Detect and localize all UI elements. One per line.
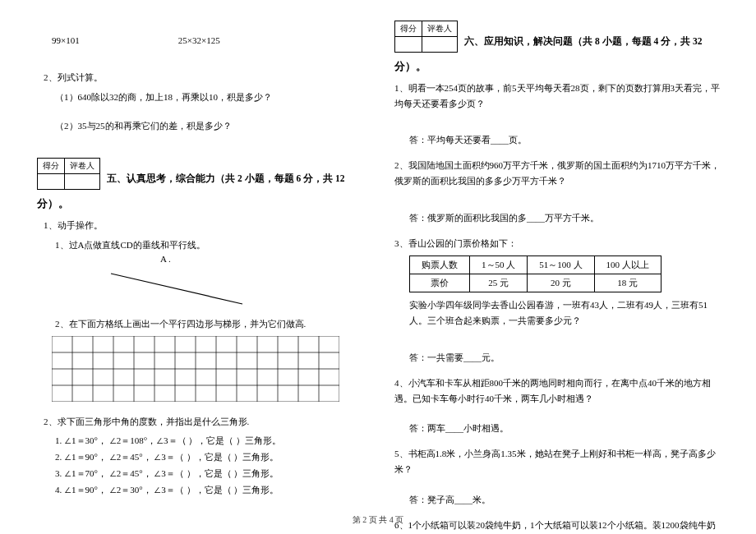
grader-value-r bbox=[422, 37, 457, 52]
expr-2: 25×32×125 bbox=[178, 35, 220, 45]
q2-sub-a: （1）640除以32的商，加上18，再乘以10，积是多少？ bbox=[55, 90, 353, 106]
td-v1: 25 元 bbox=[470, 274, 528, 292]
td-v3: 18 元 bbox=[594, 274, 661, 292]
a6-4: 答：两车____小时相遇。 bbox=[409, 422, 723, 435]
grader-value bbox=[65, 174, 99, 189]
q6-3b: 实验小学四年级同学去香山公园春游，一班有43人，二班有49人，三班有51人。三个… bbox=[409, 297, 723, 328]
q2-sub-b: （2）35与25的和再乘它们的差，积是多少？ bbox=[55, 118, 353, 135]
section-6-header: 得分 评卷人 六、应用知识，解决问题（共 8 小题，每题 4 分，共 32 bbox=[394, 21, 723, 53]
s5q1-b: 2、在下面方格纸上画出一个平行四边形与梯形，并为它们做高. bbox=[55, 316, 353, 333]
th-r2: 51～100 人 bbox=[528, 256, 594, 274]
section-6-title: 六、应用知识，解决问题（共 8 小题，每题 4 分，共 32 bbox=[464, 21, 702, 48]
score-label: 得分 bbox=[38, 159, 64, 174]
s5q1-title: 1、动手操作。 bbox=[44, 218, 353, 233]
page-footer: 第 2 页 共 4 页 bbox=[0, 514, 756, 526]
grader-label: 评卷人 bbox=[65, 159, 99, 174]
s5q2-title: 2、求下面三角形中角的度数，并指出是什么三角形. bbox=[44, 414, 353, 430]
a6-2: 答：俄罗斯的面积比我国的多____万平方千米。 bbox=[409, 212, 723, 224]
table-row: 购票人数 1～50 人 51～100 人 100 人以上 bbox=[410, 256, 662, 274]
point-a-label: A . bbox=[160, 254, 353, 264]
math-expressions: 99×101 25×32×125 bbox=[37, 35, 353, 45]
a6-1: 答：平均每天还要看____页。 bbox=[409, 134, 723, 146]
td-v2: 20 元 bbox=[528, 274, 594, 292]
td-price: 票价 bbox=[410, 274, 470, 292]
angle-list: 1. ∠1＝30°， ∠2＝108°，∠3＝（ ），它是（ ）三角形。 2. ∠… bbox=[37, 433, 353, 498]
expr-1: 99×101 bbox=[52, 35, 80, 45]
grader-label-r: 评卷人 bbox=[422, 21, 457, 37]
score-box-r: 得分 评卷人 bbox=[394, 21, 458, 53]
q6-1: 1、明看一本254页的故事，前5天平均每天看28页，剩下的页数打算用3天看完，平… bbox=[394, 81, 723, 111]
svg-line-0 bbox=[111, 274, 242, 304]
th-r1: 1～50 人 bbox=[470, 256, 528, 274]
section-5-title-b: 分）。 bbox=[37, 196, 353, 211]
th-r3: 100 人以上 bbox=[594, 256, 661, 274]
q6-3: 3、香山公园的门票价格如下： bbox=[394, 236, 723, 251]
angle-row-2: 2. ∠1＝90°， ∠2＝45°， ∠3＝（ ），它是（ ）三角形。 bbox=[55, 449, 353, 466]
ticket-price-table: 购票人数 1～50 人 51～100 人 100 人以上 票价 25 元 20 … bbox=[409, 255, 662, 292]
angle-row-1: 1. ∠1＝30°， ∠2＝108°，∠3＝（ ），它是（ ）三角形。 bbox=[55, 433, 353, 449]
th-people: 购票人数 bbox=[410, 256, 470, 274]
left-column: 99×101 25×32×125 2、列式计算。 （1）640除以32的商，加上… bbox=[0, 0, 378, 534]
section-5-header: 得分 评卷人 五、认真思考，综合能力（共 2 小题，每题 6 分，共 12 bbox=[37, 158, 353, 190]
score-label-r: 得分 bbox=[395, 21, 422, 37]
section-5-title: 五、认真思考，综合能力（共 2 小题，每题 6 分，共 12 bbox=[107, 158, 344, 185]
line-cd-diagram bbox=[103, 267, 251, 308]
score-value-r bbox=[395, 37, 422, 52]
q6-5: 5、书柜高1.8米，小兰身高1.35米，她站在凳子上刚好和书柜一样高，凳子高多少… bbox=[394, 446, 723, 476]
score-value bbox=[38, 174, 64, 189]
a6-3: 答：一共需要____元。 bbox=[409, 352, 723, 364]
right-column: 得分 评卷人 六、应用知识，解决问题（共 8 小题，每题 4 分，共 32 分）… bbox=[378, 0, 756, 534]
table-row: 票价 25 元 20 元 18 元 bbox=[410, 274, 662, 292]
q6-4: 4、小汽车和卡车从相距800千米的两地同时相向而行，在离中点40千米的地方相遇。… bbox=[394, 375, 723, 406]
q6-2: 2、我国陆地国土面积约960万平方千米，俄罗斯的国土面积约为1710万平方千米，… bbox=[394, 158, 723, 188]
q2-title: 2、列式计算。 bbox=[44, 70, 353, 85]
grid-paper bbox=[52, 336, 339, 402]
section-6-title-b: 分）。 bbox=[394, 59, 723, 74]
angle-row-3: 3. ∠1＝70°， ∠2＝45°， ∠3＝（ ），它是（ ）三角形。 bbox=[55, 466, 353, 482]
s5q1-a: 1、过A点做直线CD的垂线和平行线。 bbox=[55, 237, 353, 254]
score-box: 得分 评卷人 bbox=[37, 158, 100, 190]
a6-5: 答：凳子高____米。 bbox=[409, 494, 723, 506]
angle-row-4: 4. ∠1＝90°， ∠2＝30°， ∠3＝（ ），它是（ ）三角形。 bbox=[55, 482, 353, 499]
